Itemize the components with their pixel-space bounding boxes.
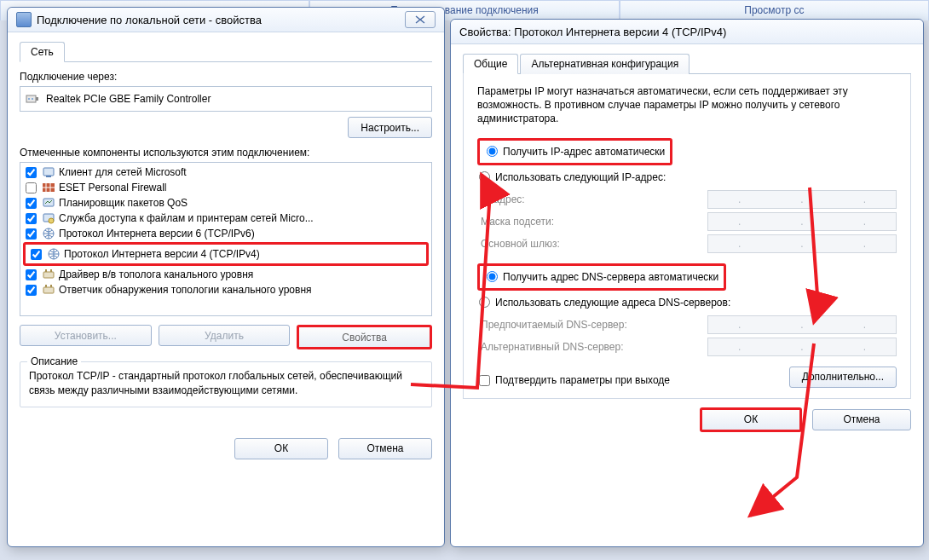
window-title: Свойства: Протокол Интернета версии 4 (T… bbox=[459, 26, 915, 38]
list-item[interactable]: Ответчик обнаружения топологии канальног… bbox=[20, 282, 431, 297]
ipv4-properties-window: Свойства: Протокол Интернета версии 4 (T… bbox=[450, 19, 924, 547]
cancel-button[interactable]: Отмена bbox=[338, 438, 432, 459]
item-checkbox[interactable] bbox=[26, 198, 37, 209]
item-label: Клиент для сетей Microsoft bbox=[59, 166, 187, 178]
gateway-input: ... bbox=[707, 234, 897, 253]
dns-alternate-input: ... bbox=[707, 338, 897, 356]
description-text: Протокол TCP/IP - стандартный протокол г… bbox=[29, 369, 423, 398]
item-label: Драйвер в/в тополога канального уровня bbox=[59, 268, 253, 280]
firewall-icon bbox=[42, 181, 55, 194]
radio-input[interactable] bbox=[487, 271, 498, 282]
gateway-label: Основной шлюз: bbox=[481, 238, 707, 250]
cancel-button[interactable]: Отмена bbox=[812, 409, 911, 430]
radio-ip-manual[interactable]: Использовать следующий IP-адрес: bbox=[479, 171, 897, 183]
item-label: ESET Personal Firewall bbox=[59, 182, 167, 193]
ok-button[interactable]: ОК bbox=[700, 407, 802, 432]
client-icon bbox=[42, 165, 55, 179]
ipv4-description: Параметры IP могут назначаться автоматич… bbox=[477, 84, 897, 126]
item-label: Планировщик пакетов QoS bbox=[59, 197, 188, 209]
item-label: Протокол Интернета версии 4 (TCP/IPv4) bbox=[64, 248, 260, 260]
list-item[interactable]: Драйвер в/в тополога канального уровня bbox=[20, 267, 431, 282]
svg-point-9 bbox=[49, 218, 54, 223]
radio-input[interactable] bbox=[487, 146, 498, 157]
tabstrip: Общие Альтернативная конфигурация bbox=[463, 53, 911, 74]
validate-label: Подтвердить параметры при выходе bbox=[495, 374, 670, 386]
description-title: Описание bbox=[27, 355, 81, 367]
adapter-field: Realtek PCIe GBE Family Controller bbox=[20, 86, 432, 112]
item-checkbox[interactable] bbox=[26, 285, 37, 296]
list-item-ipv4[interactable]: Протокол Интернета версии 4 (TCP/IPv4) bbox=[23, 242, 429, 266]
svg-point-3 bbox=[32, 98, 33, 100]
tab-network[interactable]: Сеть bbox=[20, 42, 65, 62]
dns-preferred-input: ... bbox=[707, 315, 897, 334]
tabstrip: Сеть bbox=[20, 41, 432, 62]
tab-alternate[interactable]: Альтернативная конфигурация bbox=[520, 54, 690, 74]
svg-rect-16 bbox=[45, 285, 47, 287]
driver-icon bbox=[42, 283, 55, 297]
connect-through-label: Подключение через: bbox=[20, 71, 432, 83]
configure-button[interactable]: Настроить... bbox=[348, 117, 432, 138]
item-label: Протокол Интернета версии 6 (TCP/IPv6) bbox=[59, 228, 255, 240]
qos-icon bbox=[42, 196, 55, 210]
svg-rect-13 bbox=[45, 269, 47, 272]
svg-rect-14 bbox=[50, 269, 52, 272]
item-checkbox[interactable] bbox=[26, 269, 37, 280]
radio-label: Получить адрес DNS-сервера автоматически bbox=[503, 271, 718, 283]
radio-dns-manual[interactable]: Использовать следующие адреса DNS-сервер… bbox=[479, 297, 897, 309]
validate-checkbox[interactable] bbox=[479, 375, 490, 386]
item-checkbox[interactable] bbox=[31, 249, 42, 260]
ip-address-label: IP-адрес: bbox=[481, 193, 707, 205]
properties-button[interactable]: Свойства bbox=[297, 325, 432, 349]
item-checkbox[interactable] bbox=[26, 167, 37, 178]
uninstall-button[interactable]: Удалить bbox=[159, 325, 291, 346]
adapter-icon bbox=[26, 92, 39, 106]
window-title: Подключение по локальной сети - свойства bbox=[37, 14, 405, 26]
item-label: Ответчик обнаружения топологии канальног… bbox=[59, 284, 312, 296]
radio-label: Использовать следующий IP-адрес: bbox=[495, 171, 666, 183]
svg-rect-4 bbox=[43, 168, 54, 176]
radio-ip-auto[interactable]: Получить IP-адрес автоматически bbox=[487, 146, 665, 158]
radio-dns-auto[interactable]: Получить адрес DNS-сервера автоматически bbox=[487, 271, 718, 283]
titlebar[interactable]: Подключение по локальной сети - свойства bbox=[8, 8, 444, 32]
list-item[interactable]: Служба доступа к файлам и принтерам сете… bbox=[20, 211, 431, 226]
list-item[interactable]: ESET Personal Firewall bbox=[20, 180, 431, 195]
bg-tab: Просмотр сс bbox=[620, 0, 929, 20]
list-item[interactable]: Клиент для сетей Microsoft bbox=[20, 165, 431, 180]
component-list[interactable]: Клиент для сетей Microsoft ESET Personal… bbox=[20, 162, 432, 316]
item-checkbox[interactable] bbox=[26, 213, 37, 224]
share-icon bbox=[42, 211, 55, 225]
dns-alternate-label: Альтернативный DNS-сервер: bbox=[481, 341, 707, 353]
item-checkbox[interactable] bbox=[26, 182, 37, 193]
ip-address-input: ... bbox=[707, 190, 897, 209]
ok-button[interactable]: ОК bbox=[234, 438, 328, 459]
svg-rect-5 bbox=[46, 176, 51, 177]
radio-input[interactable] bbox=[479, 297, 490, 308]
radio-input[interactable] bbox=[479, 171, 490, 182]
list-item[interactable]: Планировщик пакетов QoS bbox=[20, 195, 431, 211]
install-button[interactable]: Установить... bbox=[20, 325, 152, 346]
network-adapter-icon bbox=[16, 12, 32, 27]
titlebar[interactable]: Свойства: Протокол Интернета версии 4 (T… bbox=[451, 20, 923, 44]
description-group: Описание Протокол TCP/IP - стандартный п… bbox=[20, 361, 432, 407]
radio-label: Получить IP-адрес автоматически bbox=[503, 146, 665, 158]
svg-rect-1 bbox=[36, 97, 38, 101]
close-button[interactable] bbox=[405, 11, 436, 28]
svg-rect-17 bbox=[50, 285, 52, 287]
svg-rect-0 bbox=[26, 95, 36, 102]
subnet-mask-label: Маска подсети: bbox=[481, 216, 707, 228]
dns-preferred-label: Предпочитаемый DNS-сервер: bbox=[481, 319, 707, 331]
adapter-name: Realtek PCIe GBE Family Controller bbox=[46, 93, 211, 105]
svg-rect-15 bbox=[43, 287, 54, 293]
tab-general[interactable]: Общие bbox=[463, 54, 518, 74]
advanced-button[interactable]: Дополнительно... bbox=[789, 367, 897, 388]
item-label: Служба доступа к файлам и принтерам сете… bbox=[59, 212, 314, 224]
svg-point-2 bbox=[28, 98, 30, 100]
item-checkbox[interactable] bbox=[26, 228, 37, 240]
driver-icon bbox=[42, 268, 55, 281]
protocol-icon bbox=[47, 247, 61, 261]
subnet-mask-input: ... bbox=[707, 212, 897, 231]
validate-checkbox-row[interactable]: Подтвердить параметры при выходе bbox=[477, 374, 670, 386]
list-item[interactable]: Протокол Интернета версии 6 (TCP/IPv6) bbox=[20, 226, 431, 241]
components-label: Отмеченные компоненты используются этим … bbox=[20, 147, 432, 159]
protocol-icon bbox=[42, 227, 55, 240]
